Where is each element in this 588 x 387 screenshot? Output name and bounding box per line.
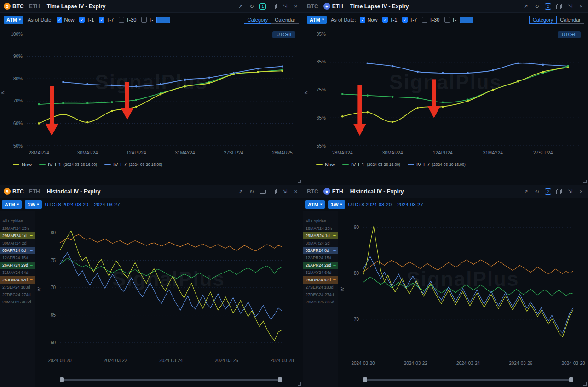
refresh-icon[interactable]: ↻ <box>248 3 255 10</box>
resize-handle[interactable] <box>298 180 301 183</box>
checkbox-t-[interactable]: T- <box>141 17 153 23</box>
close-icon[interactable]: × <box>578 188 584 195</box>
duplicate-icon[interactable] <box>271 3 277 10</box>
expiry-item[interactable]: 27SEP24 183d <box>303 284 338 291</box>
expiry-item[interactable]: 30MAR24 2d <box>303 239 338 247</box>
checkbox-now[interactable]: ✓Now <box>57 17 74 23</box>
expiry-item[interactable]: 12APR24 15d <box>0 254 35 262</box>
historical-iv-chart[interactable]: 7080902024-03-202024-03-222024-03-242024… <box>338 211 588 373</box>
expiry-item[interactable]: 29MAR24 1d <box>0 232 35 239</box>
duplicate-icon[interactable] <box>556 188 562 195</box>
atm-dropdown[interactable]: ATM ▾ <box>305 200 325 209</box>
expiry-item[interactable]: 26APR24 29d <box>303 262 338 269</box>
expiry-item[interactable]: 27DEC24 274d <box>303 291 338 298</box>
tab-eth[interactable]: ETH <box>29 3 40 10</box>
count-badge[interactable]: 2 <box>545 188 551 195</box>
tab-btc[interactable]: BTC <box>307 188 318 195</box>
expiry-item[interactable]: All Expiries <box>303 217 338 225</box>
category-button[interactable]: Category <box>244 16 272 24</box>
tab-eth[interactable]: ETH <box>29 188 40 195</box>
calendar-button[interactable]: Calendar <box>271 16 299 24</box>
expiry-item[interactable]: 28MAR24 23h <box>0 225 35 232</box>
checkbox-box[interactable] <box>444 17 450 23</box>
expiry-item[interactable]: 28MAR25 365d <box>303 298 338 306</box>
expand-icon[interactable]: ⇲ <box>567 188 573 195</box>
checkbox-box[interactable] <box>119 17 124 23</box>
checkbox-box[interactable] <box>422 17 427 23</box>
close-icon[interactable]: × <box>293 188 299 195</box>
expiry-item[interactable]: 31MAY24 64d <box>303 269 338 276</box>
slider-range[interactable] <box>64 379 278 381</box>
period-dropdown[interactable]: 1W ▾ <box>328 200 345 209</box>
duplicate-icon[interactable] <box>556 3 562 10</box>
duplicate-icon[interactable] <box>271 188 277 195</box>
checkbox-box[interactable]: ✓ <box>360 17 365 23</box>
count-badge[interactable]: 1 <box>259 3 266 10</box>
count-badge[interactable]: 2 <box>545 3 551 10</box>
expiry-item[interactable]: 28MAR25 365d <box>0 298 35 306</box>
checkbox-box[interactable]: ✓ <box>402 17 408 23</box>
legend-item[interactable]: Now <box>316 162 335 167</box>
checkbox-t-1[interactable]: ✓T-1 <box>79 17 94 23</box>
checkbox-box[interactable]: ✓ <box>99 17 104 23</box>
checkbox-t-1[interactable]: ✓T-1 <box>382 17 397 23</box>
period-dropdown[interactable]: 1W ▾ <box>25 200 42 209</box>
legend-item[interactable]: Now <box>13 162 32 167</box>
historical-iv-chart[interactable]: 60657075802024-03-202024-03-222024-03-24… <box>35 211 303 373</box>
checkbox-t-30[interactable]: T-30 <box>119 17 136 23</box>
expiry-item[interactable]: 28MAR24 23h <box>303 225 338 232</box>
expiry-item[interactable]: 28JUN24 92d <box>303 276 338 284</box>
legend-item[interactable]: IV T-1(2024-03-26 16:00) <box>39 162 97 167</box>
close-icon[interactable]: × <box>578 3 584 10</box>
checkbox-t-[interactable]: T- <box>444 17 456 23</box>
checkbox-box[interactable]: ✓ <box>57 17 62 23</box>
tab-eth[interactable]: ◆ ETH <box>323 188 343 195</box>
expiry-item[interactable]: 29MAR24 1d <box>303 232 338 239</box>
expand-icon[interactable]: ⇲ <box>282 3 288 10</box>
resize-handle[interactable] <box>583 180 587 183</box>
timelapse-iv-chart[interactable]: 50%60%70%80%90%100%28MAR2430MAR2412APR24… <box>0 27 303 159</box>
checkbox-now[interactable]: ✓Now <box>360 17 377 23</box>
time-range-slider[interactable] <box>60 377 282 383</box>
timelapse-iv-chart[interactable]: 55%65%75%85%95%28MAR2430MAR2412APR2431MA… <box>303 27 588 159</box>
slider-handle-right[interactable] <box>278 377 282 382</box>
atm-dropdown[interactable]: ATM ▾ <box>4 16 23 24</box>
legend-item[interactable]: IV T-1(2024-03-26 16:00) <box>342 162 400 167</box>
expiry-item[interactable]: 31MAY24 64d <box>0 269 35 276</box>
resize-handle[interactable] <box>298 382 301 386</box>
expiry-item[interactable]: 05APR24 8d <box>0 247 35 254</box>
slider-handle-left[interactable] <box>60 377 64 382</box>
expand-icon[interactable]: ⇲ <box>282 188 288 195</box>
expand-icon[interactable]: ⇲ <box>567 3 573 10</box>
open-window-icon[interactable]: ↗ <box>523 3 529 10</box>
folder-icon[interactable] <box>259 188 266 195</box>
refresh-icon[interactable]: ↻ <box>534 3 540 10</box>
custom-t-input[interactable] <box>156 17 170 23</box>
expiry-item[interactable]: 12APR24 15d <box>303 254 338 262</box>
open-window-icon[interactable]: ↗ <box>523 188 529 195</box>
expiry-item[interactable]: 28JUN24 92d <box>0 276 35 284</box>
checkbox-box[interactable] <box>141 17 147 23</box>
tab-eth[interactable]: ◆ ETH <box>323 3 343 10</box>
open-window-icon[interactable]: ↗ <box>237 188 244 195</box>
legend-item[interactable]: IV T-7(2024-03-20 16:00) <box>104 162 162 167</box>
tab-btc[interactable]: B BTC <box>4 3 24 10</box>
open-window-icon[interactable]: ↗ <box>237 3 244 10</box>
tab-btc[interactable]: BTC <box>307 3 318 10</box>
refresh-icon[interactable]: ↻ <box>534 188 540 195</box>
refresh-icon[interactable]: ↻ <box>248 188 255 195</box>
expiry-item[interactable]: 27SEP24 183d <box>0 284 35 291</box>
checkbox-box[interactable]: ✓ <box>382 17 388 23</box>
checkbox-box[interactable]: ✓ <box>79 17 85 23</box>
slider-handle-right[interactable] <box>569 377 573 382</box>
time-range-slider[interactable] <box>363 377 573 383</box>
tab-btc[interactable]: B BTC <box>4 188 24 195</box>
slider-range[interactable] <box>367 379 569 381</box>
checkbox-t-30[interactable]: T-30 <box>422 17 439 23</box>
atm-dropdown[interactable]: ATM ▾ <box>2 200 22 209</box>
checkbox-t-7[interactable]: ✓T-7 <box>99 17 114 23</box>
legend-item[interactable]: IV T-7(2024-03-20 16:00) <box>408 162 466 167</box>
close-icon[interactable]: × <box>293 3 299 10</box>
atm-dropdown[interactable]: ATM ▾ <box>307 16 327 24</box>
checkbox-t-7[interactable]: ✓T-7 <box>402 17 417 23</box>
